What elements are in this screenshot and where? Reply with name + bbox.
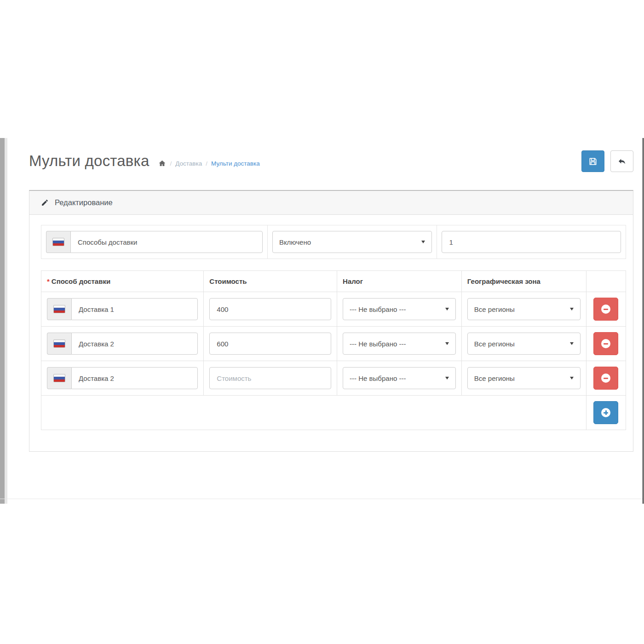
cost-input[interactable] [209,333,331,355]
add-row [41,396,626,430]
actions-cell [586,327,626,361]
method-name-input[interactable] [71,298,198,320]
tax-select[interactable]: --- Не выбрано --- [343,333,456,355]
breadcrumb-link-multi-delivery[interactable]: Мульти доставка [211,160,260,167]
left-scrollbar[interactable] [0,138,5,504]
breadcrumb-separator: / [170,160,172,167]
tax-select-value: --- Не выбрано --- [350,374,406,382]
col-header-tax: Налог [337,271,462,292]
status-select[interactable]: Включено [272,231,432,253]
title-input-group [46,231,263,253]
method-input-group [47,367,198,389]
remove-row-button[interactable] [593,367,618,390]
save-button[interactable] [581,150,604,172]
breadcrumb-separator: / [206,160,207,167]
caret-down-icon [445,342,449,345]
col-header-method: *Способ доставки [41,271,204,292]
panel-body: Включено *Способ дост [29,215,633,451]
panel-title: Редактирование [55,198,113,207]
module-settings-row: Включено [41,225,626,259]
plus-circle-icon [601,408,610,417]
geozone-select[interactable]: Все регионы [467,333,581,355]
delivery-method-row-3: --- Не выбрано --- Все регионы [41,361,626,396]
language-addon [46,231,70,253]
russian-flag-icon [53,374,65,382]
sort-order-input[interactable] [442,231,621,253]
geozone-cell: Все регионы [461,327,586,361]
cost-cell [204,327,337,361]
actions-cell [586,361,626,396]
method-input-group [47,333,198,355]
method-name-input[interactable] [71,367,198,389]
geozone-select[interactable]: Все регионы [467,298,581,320]
tax-select-value: --- Не выбрано --- [350,340,406,348]
tax-cell: --- Не выбрано --- [337,361,462,396]
col-header-method-label: Способ доставки [52,277,110,285]
minus-circle-icon [601,374,610,383]
breadcrumb-link-delivery[interactable]: Доставка [175,160,202,167]
caret-down-icon [421,241,425,243]
col-header-cost: Стоимость [204,271,337,292]
tax-select[interactable]: --- Не выбрано --- [343,298,456,320]
title-cell [41,225,268,259]
col-header-geozone: Географическая зона [461,271,586,292]
caret-down-icon [445,377,449,380]
left-scrollbar-track [5,138,7,504]
content-bottom-divider [0,499,643,499]
caret-down-icon [570,308,574,310]
minus-circle-icon [601,305,610,314]
method-name-input[interactable] [71,333,198,355]
geozone-select-value: Все регионы [474,340,515,348]
tax-cell: --- Не выбрано --- [337,327,462,361]
caret-down-icon [570,342,574,345]
page-title: Мульти доставка [29,150,149,172]
actions-cell [586,292,626,327]
remove-row-button[interactable] [593,298,618,321]
cost-cell [204,292,337,327]
main-content: Мульти доставка / Доставка / Мульти дост… [29,138,633,452]
tax-cell: --- Не выбрано --- [337,292,462,327]
title-and-breadcrumb: Мульти доставка / Доставка / Мульти дост… [29,150,633,172]
edit-panel: Редактирование [29,190,633,452]
module-settings-table: Включено [41,225,626,259]
delivery-method-row-1: --- Не выбрано --- Все регионы [41,292,626,327]
caret-down-icon [570,377,574,380]
table-header-row: *Способ доставки Стоимость Налог Географ… [41,271,626,292]
geozone-cell: Все регионы [461,292,586,327]
home-icon[interactable] [158,160,166,167]
geozone-cell: Все регионы [461,361,586,396]
save-floppy-icon [588,157,598,166]
method-cell [41,292,204,327]
header-action-buttons [581,150,633,172]
language-addon [47,298,71,320]
remove-row-button[interactable] [593,332,618,355]
add-row-spacer-cell [41,396,586,430]
panel-heading: Редактирование [29,191,633,215]
caret-down-icon [445,308,449,310]
back-undo-icon [617,157,627,166]
page-header: Мульти доставка / Доставка / Мульти дост… [29,150,633,172]
admin-page: Мульти доставка / Доставка / Мульти дост… [0,138,644,504]
page-right-edge [643,138,644,504]
add-row-button[interactable] [593,401,618,424]
cost-cell [204,361,337,396]
back-button[interactable] [610,150,633,172]
status-select-value: Включено [279,238,311,246]
geozone-select[interactable]: Все регионы [467,367,581,389]
breadcrumb: / Доставка / Мульти доставка [158,160,259,167]
cost-input[interactable] [209,367,331,389]
russian-flag-icon [52,238,64,246]
delivery-method-row-2: --- Не выбрано --- Все регионы [41,327,626,361]
delivery-methods-table: *Способ доставки Стоимость Налог Географ… [41,270,626,430]
pencil-icon [41,199,49,207]
cost-input[interactable] [209,298,331,320]
tax-select[interactable]: --- Не выбрано --- [343,367,456,389]
language-addon [47,333,71,355]
heading-title-input[interactable] [70,231,263,253]
method-cell [41,327,204,361]
language-addon [47,367,71,389]
col-header-actions [586,271,626,292]
add-actions-cell [586,396,626,430]
status-cell: Включено [267,225,437,259]
geozone-select-value: Все регионы [474,374,515,382]
